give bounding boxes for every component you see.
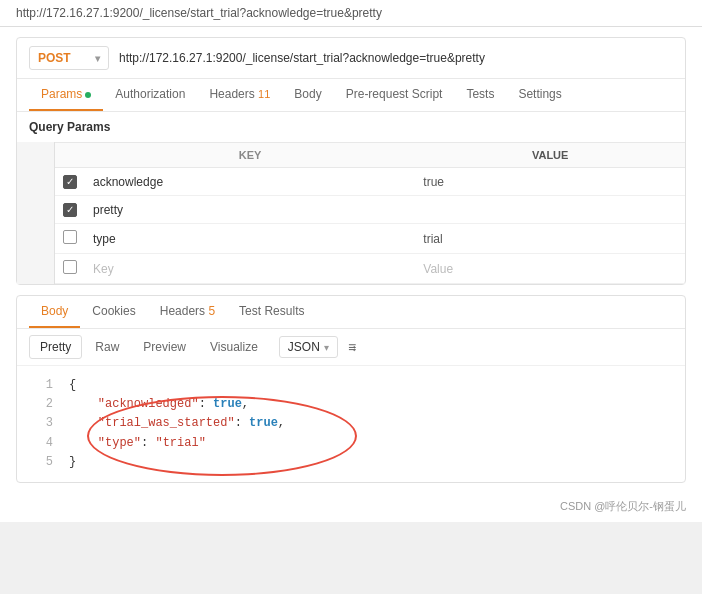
param-checkbox-3[interactable] xyxy=(63,260,77,274)
method-select[interactable]: POST ▾ xyxy=(29,46,109,70)
wrap-icon[interactable]: ≡↕ xyxy=(348,339,361,355)
tab-body[interactable]: Body xyxy=(282,79,333,111)
param-key-3: Key xyxy=(85,254,415,284)
param-value-3: Value xyxy=(415,254,685,284)
top-url-bar: http://172.16.27.1:9200/_license/start_t… xyxy=(0,0,702,27)
format-select[interactable]: JSON ▾ xyxy=(279,336,338,358)
sub-tab-pretty[interactable]: Pretty xyxy=(29,335,82,359)
sidebar-hint xyxy=(17,142,55,284)
sub-tab-preview[interactable]: Preview xyxy=(132,335,197,359)
col-value: VALUE xyxy=(415,143,685,168)
params-table-wrapper: KEY VALUE acknowledgetrueprettytypetrial… xyxy=(55,142,685,284)
query-params-label: Query Params xyxy=(17,112,685,142)
param-checkbox-2[interactable] xyxy=(63,230,77,244)
param-value-1 xyxy=(415,196,685,224)
params-table: KEY VALUE acknowledgetrueprettytypetrial… xyxy=(55,142,685,284)
table-row: KeyValue xyxy=(55,254,685,284)
method-chevron-icon: ▾ xyxy=(95,53,100,64)
response-tab-testresults[interactable]: Test Results xyxy=(227,296,316,328)
param-checkbox-0[interactable] xyxy=(63,175,77,189)
tab-params[interactable]: Params xyxy=(29,79,103,111)
table-row: acknowledgetrue xyxy=(55,168,685,196)
sub-tab-visualize[interactable]: Visualize xyxy=(199,335,269,359)
code-line-1: 1 { xyxy=(17,376,685,395)
param-key-2: type xyxy=(85,224,415,254)
sub-tabs: Pretty Raw Preview Visualize JSON ▾ ≡↕ xyxy=(17,329,685,366)
request-section: POST ▾ Params Authorization Headers 11 B… xyxy=(16,37,686,285)
response-tab-cookies[interactable]: Cookies xyxy=(80,296,147,328)
col-key: KEY xyxy=(85,143,415,168)
tab-headers[interactable]: Headers 11 xyxy=(197,79,282,111)
method-url-bar: POST ▾ xyxy=(17,38,685,79)
response-tab-body[interactable]: Body xyxy=(29,296,80,328)
response-section: Body Cookies Headers 5 Test Results Pret… xyxy=(16,295,686,483)
sub-tab-raw[interactable]: Raw xyxy=(84,335,130,359)
format-label: JSON xyxy=(288,340,320,354)
param-value-0: true xyxy=(415,168,685,196)
col-check xyxy=(55,143,85,168)
param-value-2: trial xyxy=(415,224,685,254)
code-line-4: 4 "type": "trial" xyxy=(17,434,685,453)
code-line-5: 5 } xyxy=(17,453,685,472)
watermark: CSDN @呼伦贝尔-钢蛋儿 xyxy=(0,493,702,522)
response-tabs: Body Cookies Headers 5 Test Results xyxy=(17,296,685,329)
code-area: 1 { 2 "acknowledged": true, 3 "trial_was… xyxy=(17,366,685,482)
param-key-1: pretty xyxy=(85,196,415,224)
code-line-2: 2 "acknowledged": true, xyxy=(17,395,685,414)
tab-tests[interactable]: Tests xyxy=(454,79,506,111)
tab-settings[interactable]: Settings xyxy=(506,79,573,111)
table-row: pretty xyxy=(55,196,685,224)
tab-prerequest[interactable]: Pre-request Script xyxy=(334,79,455,111)
request-tabs: Params Authorization Headers 11 Body Pre… xyxy=(17,79,685,112)
tab-authorization[interactable]: Authorization xyxy=(103,79,197,111)
params-area: KEY VALUE acknowledgetrueprettytypetrial… xyxy=(17,142,685,284)
table-row: typetrial xyxy=(55,224,685,254)
response-tab-headers[interactable]: Headers 5 xyxy=(148,296,227,328)
top-url-text: http://172.16.27.1:9200/_license/start_t… xyxy=(16,6,382,20)
param-key-0: acknowledge xyxy=(85,168,415,196)
params-dot xyxy=(85,92,91,98)
url-input[interactable] xyxy=(119,51,673,65)
param-checkbox-1[interactable] xyxy=(63,203,77,217)
method-label: POST xyxy=(38,51,71,65)
code-line-3: 3 "trial_was_started": true, xyxy=(17,414,685,433)
format-chevron-icon: ▾ xyxy=(324,342,329,353)
